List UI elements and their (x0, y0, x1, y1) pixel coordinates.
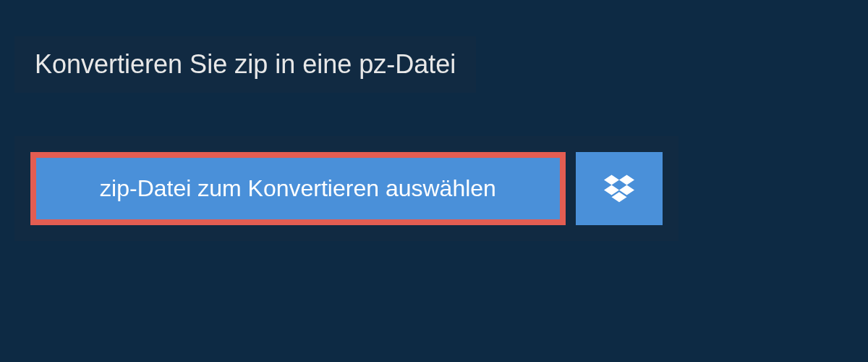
page-header: Konvertieren Sie zip in eine pz-Datei (14, 36, 476, 93)
select-file-label: zip-Datei zum Konvertieren auswählen (100, 175, 496, 202)
dropbox-button[interactable] (576, 152, 663, 225)
select-file-button[interactable]: zip-Datei zum Konvertieren auswählen (30, 152, 566, 225)
page-title: Konvertieren Sie zip in eine pz-Datei (35, 49, 456, 80)
upload-panel: zip-Datei zum Konvertieren auswählen (14, 136, 678, 241)
dropbox-icon (604, 172, 634, 206)
